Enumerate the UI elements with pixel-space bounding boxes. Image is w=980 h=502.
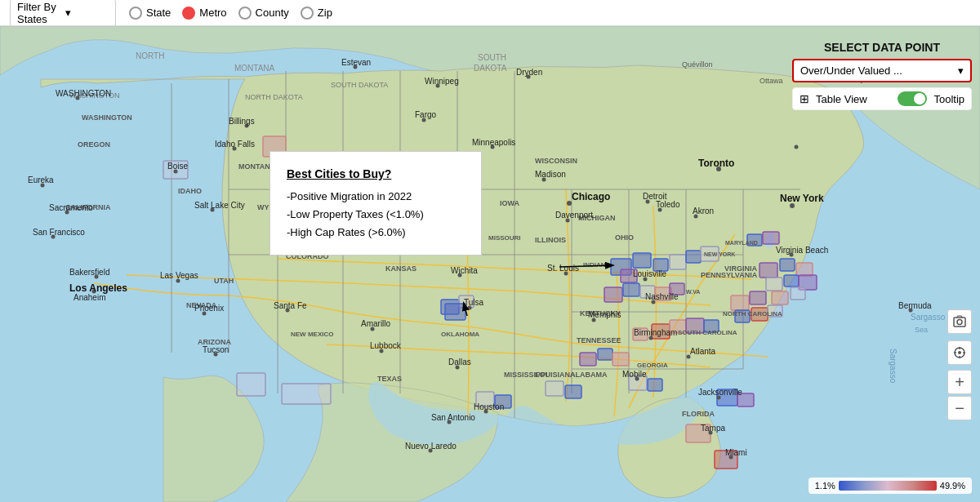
svg-text:MISSOURI: MISSOURI xyxy=(488,234,521,242)
svg-text:Winnipeg: Winnipeg xyxy=(425,77,459,86)
svg-text:St. Louis: St. Louis xyxy=(547,264,579,273)
svg-text:DAKOTA: DAKOTA xyxy=(474,64,507,73)
svg-text:Boise: Boise xyxy=(167,162,188,171)
svg-text:Minneapolis: Minneapolis xyxy=(472,138,515,147)
svg-text:Toronto: Toronto xyxy=(698,158,734,169)
topbar: Filter By States ▾ State Metro County Zi… xyxy=(0,0,980,26)
svg-rect-66 xyxy=(648,379,662,391)
svg-text:Sea: Sea xyxy=(915,326,928,334)
svg-text:NORTH: NORTH xyxy=(136,51,164,60)
svg-text:LOUISIANA: LOUISIANA xyxy=(535,371,576,379)
svg-text:MONTANA: MONTANA xyxy=(234,64,275,73)
svg-text:WISCONSIN: WISCONSIN xyxy=(535,157,577,165)
filter-dropdown[interactable]: Filter By States ▾ xyxy=(10,0,116,28)
svg-text:KANSAS: KANSAS xyxy=(385,264,416,273)
svg-text:Memphis: Memphis xyxy=(588,310,621,319)
svg-text:ALABAMA: ALABAMA xyxy=(570,371,608,379)
svg-text:SOUTH CAROLINA: SOUTH CAROLINA xyxy=(678,329,737,336)
table-icon: ⊞ xyxy=(800,92,809,105)
data-point-label: Over/Under Valued ... xyxy=(800,64,902,77)
svg-text:Los Angeles: Los Angeles xyxy=(69,282,127,294)
radio-county-label: County xyxy=(256,7,289,19)
radio-group: State Metro County Zip xyxy=(129,7,332,20)
svg-text:Atlanta: Atlanta xyxy=(690,347,716,356)
dropdown-chevron: ▾ xyxy=(958,64,964,77)
svg-rect-40 xyxy=(780,259,795,271)
radio-metro[interactable]: Metro xyxy=(182,7,226,20)
svg-text:SOUTH: SOUTH xyxy=(478,53,506,62)
svg-text:Mobile: Mobile xyxy=(622,370,647,379)
tooltip-label: Tooltip xyxy=(933,93,964,105)
radio-county-circle xyxy=(238,7,252,20)
svg-text:TEXAS: TEXAS xyxy=(377,375,402,383)
svg-text:Wichita: Wichita xyxy=(451,266,478,275)
svg-text:Virginia Beach: Virginia Beach xyxy=(776,246,828,255)
svg-text:OKLAHOMA: OKLAHOMA xyxy=(441,331,479,338)
radio-metro-circle xyxy=(182,7,195,20)
table-view-label: Table View xyxy=(816,93,891,105)
radio-zip[interactable]: Zip xyxy=(301,7,332,20)
svg-text:Fargo: Fargo xyxy=(415,110,437,119)
svg-rect-48 xyxy=(763,232,779,244)
svg-rect-58 xyxy=(612,353,629,366)
svg-text:Tulsa: Tulsa xyxy=(464,298,484,307)
svg-text:Amarillo: Amarillo xyxy=(361,319,391,328)
radio-state-circle xyxy=(129,7,142,20)
svg-text:New York: New York xyxy=(780,193,824,204)
svg-point-229 xyxy=(957,320,962,325)
radio-zip-label: Zip xyxy=(318,7,332,19)
svg-rect-39 xyxy=(760,263,777,278)
svg-rect-60 xyxy=(565,385,581,398)
select-data-label: SELECT DATA POINT xyxy=(792,41,972,54)
svg-text:Tucson: Tucson xyxy=(203,345,229,354)
zoom-out-button[interactable]: − xyxy=(947,396,972,420)
svg-text:Anaheim: Anaheim xyxy=(74,293,105,302)
svg-rect-49 xyxy=(731,295,749,310)
svg-rect-29 xyxy=(604,287,622,302)
right-panel: SELECT DATA POINT Over/Under Valued ... … xyxy=(792,41,972,110)
svg-text:San Francisco: San Francisco xyxy=(33,228,85,237)
radio-state[interactable]: State xyxy=(129,7,171,20)
svg-text:Nuevo Laredo: Nuevo Laredo xyxy=(405,442,457,451)
svg-rect-27 xyxy=(686,251,701,263)
svg-text:SOUTH DAKOTA: SOUTH DAKOTA xyxy=(331,81,388,89)
svg-text:GEORGIA: GEORGIA xyxy=(637,362,668,369)
svg-text:Idaho Falls: Idaho Falls xyxy=(215,140,255,149)
svg-text:Chicago: Chicago xyxy=(572,191,610,202)
svg-text:San Antonio: San Antonio xyxy=(431,413,475,422)
svg-text:Salt Lake City: Salt Lake City xyxy=(194,201,245,210)
svg-rect-30 xyxy=(623,283,639,296)
svg-text:Nashville: Nashville xyxy=(645,292,679,301)
svg-rect-50 xyxy=(750,291,766,304)
svg-text:Toledo: Toledo xyxy=(656,200,680,209)
svg-text:Sargasso: Sargasso xyxy=(889,349,898,384)
svg-rect-45 xyxy=(772,291,788,304)
radio-county[interactable]: County xyxy=(238,7,289,20)
locate-button[interactable] xyxy=(947,340,972,365)
data-point-dropdown[interactable]: Over/Under Valued ... ▾ xyxy=(792,59,972,82)
svg-text:UTAH: UTAH xyxy=(214,277,234,285)
zoom-in-button[interactable]: + xyxy=(947,370,972,394)
svg-text:NORTH DAKOTA: NORTH DAKOTA xyxy=(245,93,303,101)
svg-text:Quévillon: Quévillon xyxy=(682,60,713,69)
legend-high: 49.9% xyxy=(940,481,965,491)
svg-point-231 xyxy=(958,351,961,354)
info-box-line-3: -High Cap Rates (>6.0%) xyxy=(287,224,465,242)
screenshot-button[interactable] xyxy=(947,309,972,334)
svg-text:Estevan: Estevan xyxy=(341,58,371,67)
svg-rect-21 xyxy=(282,384,331,404)
svg-text:WASHINGTON: WASHINGTON xyxy=(82,113,132,122)
svg-text:MARYLAND: MARYLAND xyxy=(725,240,758,246)
svg-text:OHIO: OHIO xyxy=(615,233,634,242)
svg-rect-46 xyxy=(791,287,805,300)
tooltip-toggle[interactable] xyxy=(898,91,927,106)
radio-zip-circle xyxy=(301,7,314,20)
radio-metro-label: Metro xyxy=(199,7,226,19)
svg-text:NEW MEXICO: NEW MEXICO xyxy=(291,331,333,338)
svg-text:Las Vegas: Las Vegas xyxy=(160,271,198,280)
legend: 1.1% 49.9% xyxy=(808,478,972,494)
svg-text:FLORIDA: FLORIDA xyxy=(682,410,715,418)
svg-text:Sacramento: Sacramento xyxy=(49,203,93,212)
svg-text:Dallas: Dallas xyxy=(448,358,471,367)
svg-text:Santa Fe: Santa Fe xyxy=(274,301,307,310)
